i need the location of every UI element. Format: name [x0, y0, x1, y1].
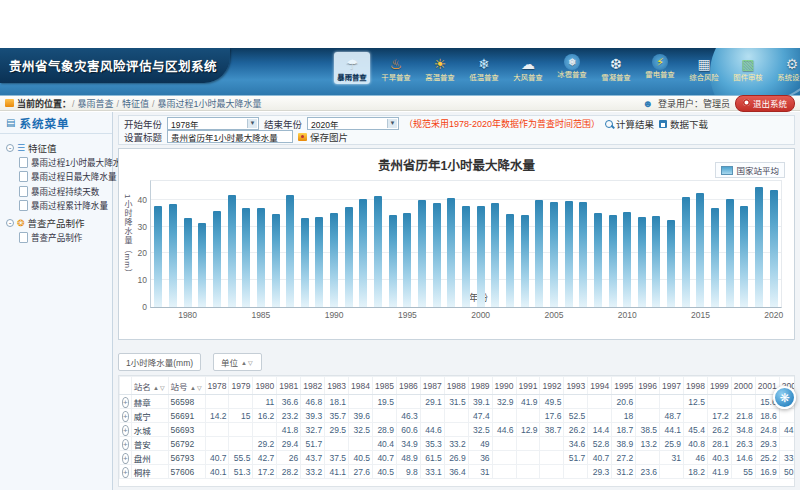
metric-chip[interactable]: 1小时降水量(mm)	[118, 353, 201, 371]
row-expander-icon[interactable]: +	[122, 425, 129, 436]
value-cell: 35.3	[420, 437, 444, 451]
toolbar-row-1: 开始年份 1978年 ▼ 结束年份 2020年 ▼ （规范采用1978-2020…	[124, 117, 789, 130]
nav-item-冰雹普查[interactable]: ❅冰雹普查	[554, 52, 590, 84]
nav-item-暴雨普查[interactable]: ☂暴雨普查	[334, 52, 370, 84]
end-year-select[interactable]: 2020年 ▼	[307, 117, 399, 130]
chart-bar-2005	[550, 202, 558, 307]
value-cell: 51.7	[301, 437, 325, 451]
nav-item-综合风险[interactable]: ▦综合风险	[686, 52, 722, 84]
value-cell	[229, 437, 253, 451]
value-cell: 40.5	[373, 465, 397, 479]
value-cell: 48.7	[660, 409, 684, 423]
breadcrumb-item[interactable]: 特征值	[122, 99, 149, 109]
chart-bar-1988	[301, 218, 309, 307]
sidebar-tree: -☰特征值暴雨过程1小时最大降水量暴雨过程日最大降水量暴雨过程持续天数暴雨过程累…	[0, 134, 112, 245]
nav-item-图件审核[interactable]: ▧图件审核	[730, 52, 766, 84]
sort-icons[interactable]: ▲▽	[190, 385, 203, 391]
value-cell: 35.7	[325, 409, 349, 423]
expander-icon[interactable]: -	[6, 144, 14, 152]
value-cell: 44.7	[779, 423, 795, 437]
value-cell	[396, 395, 420, 409]
expander-icon[interactable]: -	[6, 219, 14, 227]
sortable-column-header-站名[interactable]: 站名 ▲▽	[131, 377, 168, 395]
value-cell: 27.2	[612, 451, 636, 465]
value-cell: 28.1	[707, 437, 731, 451]
value-cell	[660, 395, 684, 409]
value-cell	[564, 395, 588, 409]
tree-leaf-暴雨过程1小时最大降水量[interactable]: 暴雨过程1小时最大降水量	[6, 155, 110, 170]
sort-icons[interactable]: ▲▽	[153, 385, 166, 391]
tree-node-普查产品制作[interactable]: -❂普查产品制作	[6, 215, 110, 230]
row-expander-icon[interactable]: +	[122, 397, 129, 408]
value-cell: 38.7	[540, 423, 564, 437]
y-tick-label: 40	[138, 195, 147, 205]
value-cell: 40.3	[707, 451, 731, 465]
nav-item-低温普查[interactable]: ❄低温普查	[466, 52, 502, 84]
nav-item-高温普查[interactable]: ☀高温普查	[422, 52, 458, 84]
unit-chip-label: 单位	[221, 356, 238, 368]
value-cell	[516, 451, 540, 465]
value-cell: 26.3	[731, 437, 755, 451]
sortable-column-header-站号[interactable]: 站号 ▲▽	[168, 377, 205, 395]
tree-leaf-暴雨过程日最大降水量[interactable]: 暴雨过程日最大降水量	[6, 170, 110, 185]
user-icon: ☻	[642, 98, 653, 109]
row-expander-icon[interactable]: +	[122, 467, 129, 478]
chart-bar-1990	[330, 213, 338, 307]
value-cell: 14.2	[205, 409, 229, 423]
nav-item-大风普查[interactable]: ☁大风普查	[510, 52, 546, 84]
start-year-select[interactable]: 1978年 ▼	[167, 117, 259, 130]
row-expander-icon[interactable]: +	[122, 411, 129, 422]
nav-item-雷电普查[interactable]: ⚡雷电普查	[642, 52, 678, 84]
breadcrumb-item[interactable]: 暴雨过程1小时最大降水量	[158, 99, 262, 109]
value-cell: 40.1	[205, 465, 229, 479]
tree-leaf-普查产品制作[interactable]: 普查产品制作	[6, 230, 110, 245]
breadcrumb-bar: 当前的位置： /暴雨普查/特征值/暴雨过程1小时最大降水量 ☻ 登录用户：管理员…	[0, 96, 800, 111]
calculate-button[interactable]: 计算结果	[605, 117, 654, 131]
value-cell	[516, 465, 540, 479]
nav-item-系统设置[interactable]: ⚙系统设置	[774, 52, 800, 84]
data-download-button[interactable]: 数据下载	[659, 117, 708, 131]
tree-node-特征值[interactable]: -☰特征值	[6, 140, 110, 155]
value-cell: 32.5	[468, 423, 492, 437]
tree-leaf-暴雨过程累计降水量[interactable]: 暴雨过程累计降水量	[6, 199, 110, 214]
nav-item-label: 雷电普查	[645, 70, 674, 79]
document-icon	[19, 232, 28, 243]
value-cell	[731, 395, 755, 409]
chart-title-input[interactable]	[167, 130, 293, 143]
chart-bar-1984	[242, 208, 250, 307]
value-cell	[492, 437, 516, 451]
unit-chip[interactable]: 单位 ▲▽	[213, 353, 262, 371]
year-column-header: 1993	[564, 377, 588, 395]
chart-bar-1994	[389, 215, 397, 307]
year-column-header: 1986	[396, 377, 420, 395]
x-tick-label: 2020	[764, 310, 783, 320]
tree-group: -❂普查产品制作普查产品制作	[6, 215, 110, 245]
nav-item-干旱普查[interactable]: ♨干旱普查	[378, 52, 414, 84]
nav-item-label: 冰雹普查	[557, 70, 586, 79]
value-cell: 42.7	[253, 451, 277, 465]
value-cell	[492, 465, 516, 479]
row-expander-icon[interactable]: +	[122, 439, 129, 450]
nav-item-雪凝普查[interactable]: ❆雪凝普查	[598, 52, 634, 84]
hail-icon: ❅	[564, 54, 580, 70]
tree-leaf-暴雨过程持续天数[interactable]: 暴雨过程持续天数	[6, 184, 110, 199]
floating-theme-button[interactable]: ❋	[773, 386, 796, 409]
chart-bar-2001	[491, 203, 499, 307]
value-cell: 55	[731, 465, 755, 479]
breadcrumb-item[interactable]: 暴雨普查	[78, 99, 114, 109]
chart-bar-2014	[682, 197, 690, 307]
logout-button[interactable]: 退出系统	[735, 95, 795, 112]
value-cell: 21.8	[731, 409, 755, 423]
value-cell	[540, 465, 564, 479]
value-cell: 40.5	[349, 451, 373, 465]
value-cell: 17.2	[707, 409, 731, 423]
main-area: 开始年份 1978年 ▼ 结束年份 2020年 ▼ （规范采用1978-2020…	[113, 112, 800, 490]
chart-bar-1983	[228, 195, 236, 307]
year-column-header: 1985	[373, 377, 397, 395]
row-expander-icon[interactable]: +	[122, 453, 129, 464]
value-cell: 26	[277, 451, 301, 465]
tree-node-label: 普查产品制作	[28, 216, 85, 230]
value-cell: 37.5	[325, 451, 349, 465]
value-cell: 29.1	[420, 395, 444, 409]
save-image-button[interactable]: 保存图片	[298, 130, 348, 144]
